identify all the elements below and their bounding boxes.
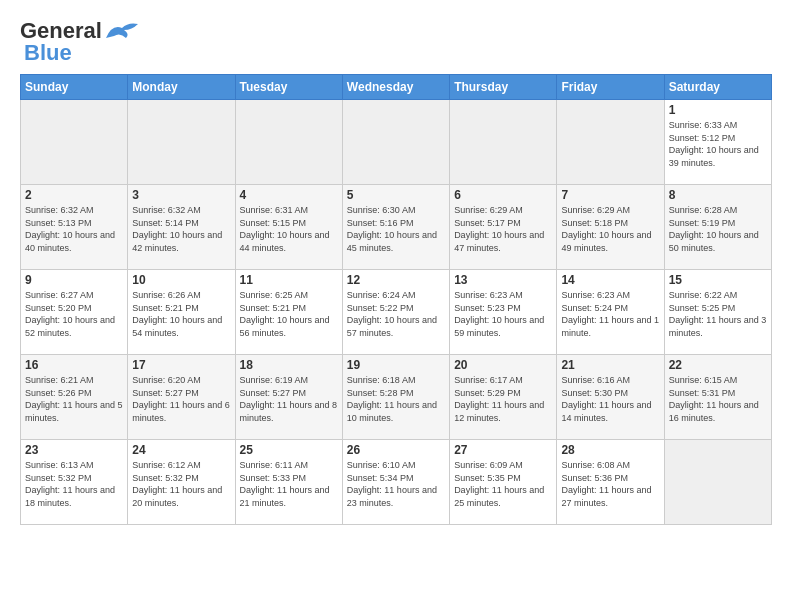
calendar-cell: 20Sunrise: 6:17 AM Sunset: 5:29 PM Dayli… xyxy=(450,355,557,440)
day-number: 28 xyxy=(561,443,659,457)
calendar-table: SundayMondayTuesdayWednesdayThursdayFrid… xyxy=(20,74,772,525)
calendar-cell: 2Sunrise: 6:32 AM Sunset: 5:13 PM Daylig… xyxy=(21,185,128,270)
day-number: 13 xyxy=(454,273,552,287)
day-number: 25 xyxy=(240,443,338,457)
day-info: Sunrise: 6:11 AM Sunset: 5:33 PM Dayligh… xyxy=(240,459,338,509)
day-info: Sunrise: 6:08 AM Sunset: 5:36 PM Dayligh… xyxy=(561,459,659,509)
calendar-cell: 5Sunrise: 6:30 AM Sunset: 5:16 PM Daylig… xyxy=(342,185,449,270)
day-info: Sunrise: 6:26 AM Sunset: 5:21 PM Dayligh… xyxy=(132,289,230,339)
day-info: Sunrise: 6:31 AM Sunset: 5:15 PM Dayligh… xyxy=(240,204,338,254)
day-info: Sunrise: 6:17 AM Sunset: 5:29 PM Dayligh… xyxy=(454,374,552,424)
calendar-cell: 4Sunrise: 6:31 AM Sunset: 5:15 PM Daylig… xyxy=(235,185,342,270)
day-info: Sunrise: 6:24 AM Sunset: 5:22 PM Dayligh… xyxy=(347,289,445,339)
day-info: Sunrise: 6:23 AM Sunset: 5:23 PM Dayligh… xyxy=(454,289,552,339)
day-info: Sunrise: 6:21 AM Sunset: 5:26 PM Dayligh… xyxy=(25,374,123,424)
logo-bird-icon xyxy=(104,20,140,42)
day-info: Sunrise: 6:30 AM Sunset: 5:16 PM Dayligh… xyxy=(347,204,445,254)
day-number: 2 xyxy=(25,188,123,202)
header: General Blue xyxy=(20,18,772,66)
col-header-friday: Friday xyxy=(557,75,664,100)
calendar-cell: 1Sunrise: 6:33 AM Sunset: 5:12 PM Daylig… xyxy=(664,100,771,185)
calendar-cell xyxy=(21,100,128,185)
calendar-cell: 12Sunrise: 6:24 AM Sunset: 5:22 PM Dayli… xyxy=(342,270,449,355)
day-number: 5 xyxy=(347,188,445,202)
day-info: Sunrise: 6:09 AM Sunset: 5:35 PM Dayligh… xyxy=(454,459,552,509)
day-number: 20 xyxy=(454,358,552,372)
calendar-cell: 19Sunrise: 6:18 AM Sunset: 5:28 PM Dayli… xyxy=(342,355,449,440)
calendar-week-row: 1Sunrise: 6:33 AM Sunset: 5:12 PM Daylig… xyxy=(21,100,772,185)
col-header-wednesday: Wednesday xyxy=(342,75,449,100)
calendar-cell: 26Sunrise: 6:10 AM Sunset: 5:34 PM Dayli… xyxy=(342,440,449,525)
day-number: 1 xyxy=(669,103,767,117)
day-info: Sunrise: 6:22 AM Sunset: 5:25 PM Dayligh… xyxy=(669,289,767,339)
page: General Blue SundayMondayTuesdayWednesda… xyxy=(0,0,792,612)
logo: General Blue xyxy=(20,18,140,66)
calendar-cell: 9Sunrise: 6:27 AM Sunset: 5:20 PM Daylig… xyxy=(21,270,128,355)
calendar-cell xyxy=(235,100,342,185)
calendar-cell xyxy=(128,100,235,185)
calendar-week-row: 16Sunrise: 6:21 AM Sunset: 5:26 PM Dayli… xyxy=(21,355,772,440)
day-info: Sunrise: 6:29 AM Sunset: 5:18 PM Dayligh… xyxy=(561,204,659,254)
col-header-tuesday: Tuesday xyxy=(235,75,342,100)
day-number: 27 xyxy=(454,443,552,457)
calendar-cell: 6Sunrise: 6:29 AM Sunset: 5:17 PM Daylig… xyxy=(450,185,557,270)
day-info: Sunrise: 6:19 AM Sunset: 5:27 PM Dayligh… xyxy=(240,374,338,424)
calendar-cell: 23Sunrise: 6:13 AM Sunset: 5:32 PM Dayli… xyxy=(21,440,128,525)
calendar-cell: 10Sunrise: 6:26 AM Sunset: 5:21 PM Dayli… xyxy=(128,270,235,355)
day-info: Sunrise: 6:33 AM Sunset: 5:12 PM Dayligh… xyxy=(669,119,767,169)
day-number: 17 xyxy=(132,358,230,372)
day-number: 15 xyxy=(669,273,767,287)
calendar-cell: 18Sunrise: 6:19 AM Sunset: 5:27 PM Dayli… xyxy=(235,355,342,440)
day-info: Sunrise: 6:20 AM Sunset: 5:27 PM Dayligh… xyxy=(132,374,230,424)
day-info: Sunrise: 6:18 AM Sunset: 5:28 PM Dayligh… xyxy=(347,374,445,424)
calendar-cell: 14Sunrise: 6:23 AM Sunset: 5:24 PM Dayli… xyxy=(557,270,664,355)
day-number: 19 xyxy=(347,358,445,372)
day-number: 6 xyxy=(454,188,552,202)
day-info: Sunrise: 6:13 AM Sunset: 5:32 PM Dayligh… xyxy=(25,459,123,509)
calendar-cell: 17Sunrise: 6:20 AM Sunset: 5:27 PM Dayli… xyxy=(128,355,235,440)
calendar-cell: 11Sunrise: 6:25 AM Sunset: 5:21 PM Dayli… xyxy=(235,270,342,355)
day-info: Sunrise: 6:25 AM Sunset: 5:21 PM Dayligh… xyxy=(240,289,338,339)
day-number: 16 xyxy=(25,358,123,372)
col-header-monday: Monday xyxy=(128,75,235,100)
day-number: 10 xyxy=(132,273,230,287)
day-number: 26 xyxy=(347,443,445,457)
day-number: 8 xyxy=(669,188,767,202)
day-number: 14 xyxy=(561,273,659,287)
calendar-cell: 25Sunrise: 6:11 AM Sunset: 5:33 PM Dayli… xyxy=(235,440,342,525)
logo-blue: Blue xyxy=(24,40,72,66)
calendar-cell: 8Sunrise: 6:28 AM Sunset: 5:19 PM Daylig… xyxy=(664,185,771,270)
day-number: 3 xyxy=(132,188,230,202)
day-number: 18 xyxy=(240,358,338,372)
calendar-cell xyxy=(450,100,557,185)
calendar-cell: 7Sunrise: 6:29 AM Sunset: 5:18 PM Daylig… xyxy=(557,185,664,270)
day-info: Sunrise: 6:32 AM Sunset: 5:13 PM Dayligh… xyxy=(25,204,123,254)
day-info: Sunrise: 6:16 AM Sunset: 5:30 PM Dayligh… xyxy=(561,374,659,424)
calendar-week-row: 23Sunrise: 6:13 AM Sunset: 5:32 PM Dayli… xyxy=(21,440,772,525)
day-info: Sunrise: 6:15 AM Sunset: 5:31 PM Dayligh… xyxy=(669,374,767,424)
day-info: Sunrise: 6:27 AM Sunset: 5:20 PM Dayligh… xyxy=(25,289,123,339)
day-number: 9 xyxy=(25,273,123,287)
day-info: Sunrise: 6:32 AM Sunset: 5:14 PM Dayligh… xyxy=(132,204,230,254)
day-number: 22 xyxy=(669,358,767,372)
day-number: 23 xyxy=(25,443,123,457)
calendar-cell: 24Sunrise: 6:12 AM Sunset: 5:32 PM Dayli… xyxy=(128,440,235,525)
col-header-sunday: Sunday xyxy=(21,75,128,100)
calendar-cell: 22Sunrise: 6:15 AM Sunset: 5:31 PM Dayli… xyxy=(664,355,771,440)
day-info: Sunrise: 6:10 AM Sunset: 5:34 PM Dayligh… xyxy=(347,459,445,509)
day-number: 11 xyxy=(240,273,338,287)
calendar-cell xyxy=(557,100,664,185)
day-number: 7 xyxy=(561,188,659,202)
calendar-cell: 27Sunrise: 6:09 AM Sunset: 5:35 PM Dayli… xyxy=(450,440,557,525)
calendar-header-row: SundayMondayTuesdayWednesdayThursdayFrid… xyxy=(21,75,772,100)
day-number: 4 xyxy=(240,188,338,202)
calendar-week-row: 2Sunrise: 6:32 AM Sunset: 5:13 PM Daylig… xyxy=(21,185,772,270)
calendar-cell: 13Sunrise: 6:23 AM Sunset: 5:23 PM Dayli… xyxy=(450,270,557,355)
day-info: Sunrise: 6:12 AM Sunset: 5:32 PM Dayligh… xyxy=(132,459,230,509)
calendar-cell: 16Sunrise: 6:21 AM Sunset: 5:26 PM Dayli… xyxy=(21,355,128,440)
calendar-cell: 15Sunrise: 6:22 AM Sunset: 5:25 PM Dayli… xyxy=(664,270,771,355)
day-info: Sunrise: 6:28 AM Sunset: 5:19 PM Dayligh… xyxy=(669,204,767,254)
col-header-thursday: Thursday xyxy=(450,75,557,100)
calendar-cell xyxy=(664,440,771,525)
col-header-saturday: Saturday xyxy=(664,75,771,100)
